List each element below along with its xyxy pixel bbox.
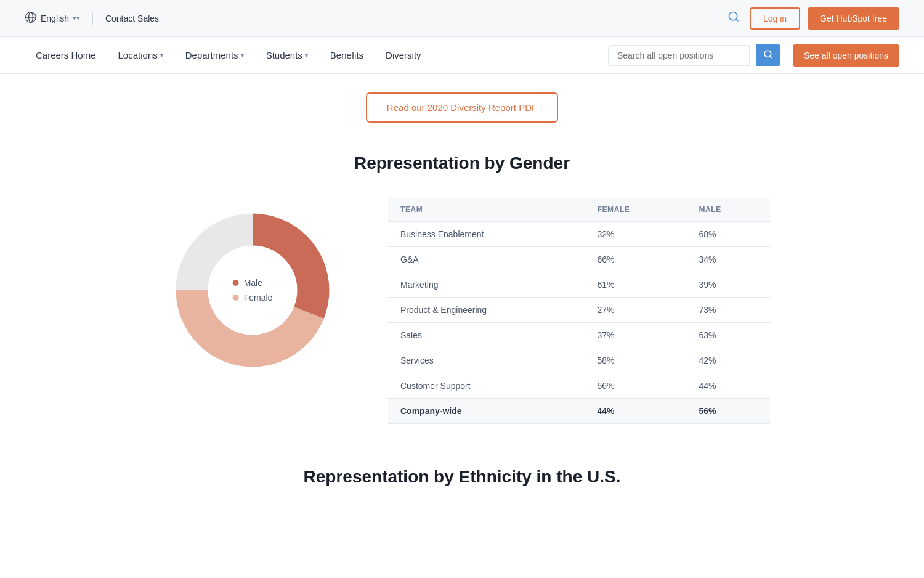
gender-table-header: TEAM FEMALE MALE (388, 198, 770, 222)
nav-search-button[interactable] (756, 44, 780, 66)
pdf-report-section: Read our 2020 Diversity Report PDF (25, 92, 899, 123)
nav-bar: Careers Home Locations ▾ Departments ▾ S… (0, 37, 924, 74)
female-label: Female (244, 293, 273, 303)
gender-section: Male Female TEAM FEMALE MALE (25, 198, 899, 424)
top-bar: English ▾ Contact Sales Log in Get HubSp… (0, 0, 924, 37)
cell-male: 34% (686, 247, 770, 272)
cell-male: 39% (686, 272, 770, 298)
gender-table: TEAM FEMALE MALE Business Enablement32%6… (388, 198, 770, 424)
legend-female: Female (233, 293, 273, 303)
main-content: Read our 2020 Diversity Report PDF Repre… (0, 74, 924, 548)
top-bar-right: Log in Get HubSpot free (725, 7, 899, 30)
donut-legend: Male Female (233, 278, 273, 303)
nav-item-students[interactable]: Students ▾ (255, 37, 319, 74)
cell-female: 58% (585, 348, 687, 373)
table-row: Business Enablement32%68% (388, 222, 770, 247)
table-row: Sales37%63% (388, 323, 770, 348)
nav-item-careers-home[interactable]: Careers Home (25, 37, 107, 74)
cell-female: 32% (585, 222, 687, 247)
svg-line-6 (770, 56, 772, 58)
table-row: G&A66%34% (388, 247, 770, 272)
nav-item-departments[interactable]: Departments ▾ (174, 37, 255, 74)
col-header-female: FEMALE (585, 198, 687, 222)
cell-team: Business Enablement (388, 222, 585, 247)
top-bar-divider (92, 12, 93, 25)
donut-chart-wrapper: Male Female (154, 198, 351, 383)
cell-male: 56% (686, 399, 770, 424)
nav-search-input[interactable] (608, 45, 750, 66)
gender-table-body: Business Enablement32%68%G&A66%34%Market… (388, 222, 770, 424)
departments-chevron-icon: ▾ (241, 52, 244, 59)
cell-female: 44% (585, 399, 687, 424)
cell-male: 42% (686, 348, 770, 373)
cell-team: Marketing (388, 272, 585, 298)
ethnicity-section-title: Representation by Ethnicity in the U.S. (25, 467, 899, 487)
cell-male: 73% (686, 298, 770, 323)
see-all-positions-button[interactable]: See all open positions (793, 44, 899, 67)
cell-female: 37% (585, 323, 687, 348)
female-dot (233, 295, 239, 301)
locations-chevron-icon: ▾ (160, 52, 163, 59)
donut-chart: Male Female (160, 198, 345, 383)
cell-team: Product & Engineering (388, 298, 585, 323)
cell-female: 27% (585, 298, 687, 323)
cell-male: 44% (686, 373, 770, 399)
cell-female: 66% (585, 247, 687, 272)
language-chevron-icon: ▾ (73, 14, 80, 22)
nav-item-diversity[interactable]: Diversity (375, 37, 432, 74)
male-dot (233, 280, 239, 286)
cell-team: Customer Support (388, 373, 585, 399)
top-bar-left: English ▾ Contact Sales (25, 11, 159, 25)
students-chevron-icon: ▾ (305, 52, 308, 59)
table-row: Company-wide44%56% (388, 399, 770, 424)
svg-line-4 (736, 19, 739, 22)
svg-point-3 (729, 12, 737, 20)
gender-section-title: Representation by Gender (25, 153, 899, 173)
contact-sales-link[interactable]: Contact Sales (105, 14, 159, 23)
nav-item-benefits[interactable]: Benefits (319, 37, 375, 74)
language-selector[interactable]: English ▾ (25, 11, 80, 25)
cell-female: 56% (585, 373, 687, 399)
gender-table-wrapper: TEAM FEMALE MALE Business Enablement32%6… (388, 198, 770, 424)
pdf-report-button[interactable]: Read our 2020 Diversity Report PDF (366, 92, 558, 123)
table-row: Customer Support56%44% (388, 373, 770, 399)
legend-male: Male (233, 278, 273, 288)
svg-point-5 (764, 51, 771, 57)
table-row: Marketing61%39% (388, 272, 770, 298)
globe-icon (25, 11, 37, 25)
col-header-male: MALE (686, 198, 770, 222)
nav-item-locations[interactable]: Locations ▾ (107, 37, 174, 74)
table-row: Product & Engineering27%73% (388, 298, 770, 323)
cell-team: Company-wide (388, 399, 585, 424)
cell-female: 61% (585, 272, 687, 298)
table-row: Services58%42% (388, 348, 770, 373)
nav-search: See all open positions (608, 44, 899, 67)
cell-male: 63% (686, 323, 770, 348)
cell-team: Sales (388, 323, 585, 348)
top-search-button[interactable] (725, 8, 742, 28)
male-label: Male (244, 278, 262, 288)
col-header-team: TEAM (388, 198, 585, 222)
get-hubspot-free-button[interactable]: Get HubSpot free (808, 7, 899, 30)
login-button[interactable]: Log in (750, 7, 800, 30)
cell-team: Services (388, 348, 585, 373)
language-label: English (41, 14, 69, 23)
cell-male: 68% (686, 222, 770, 247)
cell-team: G&A (388, 247, 585, 272)
